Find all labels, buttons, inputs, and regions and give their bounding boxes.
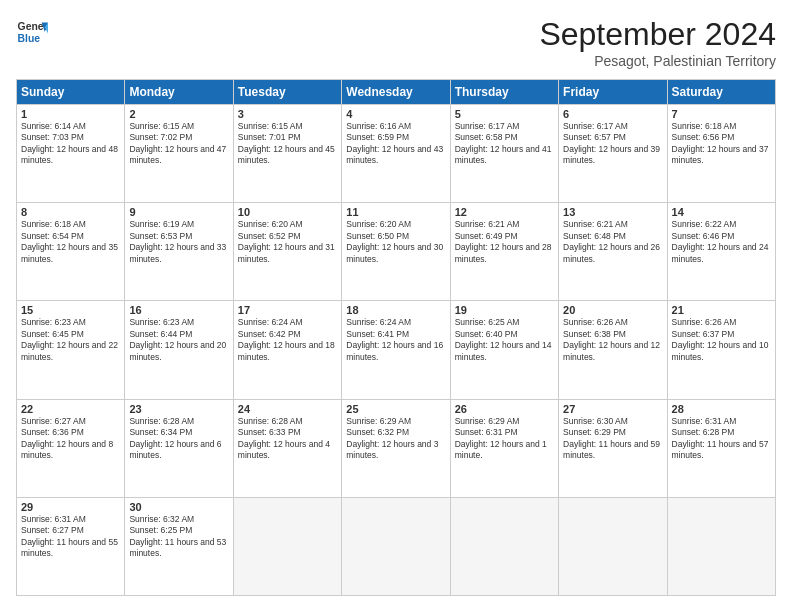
col-friday: Friday	[559, 80, 667, 105]
table-row: 22Sunrise: 6:27 AMSunset: 6:36 PMDayligh…	[17, 399, 125, 497]
logo: General Blue	[16, 16, 48, 48]
location: Pesagot, Palestinian Territory	[539, 53, 776, 69]
table-row: 3Sunrise: 6:15 AMSunset: 7:01 PMDaylight…	[233, 105, 341, 203]
table-row: 4Sunrise: 6:16 AMSunset: 6:59 PMDaylight…	[342, 105, 450, 203]
col-sunday: Sunday	[17, 80, 125, 105]
col-thursday: Thursday	[450, 80, 558, 105]
table-row: 7Sunrise: 6:18 AMSunset: 6:56 PMDaylight…	[667, 105, 775, 203]
table-row: 5Sunrise: 6:17 AMSunset: 6:58 PMDaylight…	[450, 105, 558, 203]
table-row: 13Sunrise: 6:21 AMSunset: 6:48 PMDayligh…	[559, 203, 667, 301]
table-row: 8Sunrise: 6:18 AMSunset: 6:54 PMDaylight…	[17, 203, 125, 301]
table-row: 25Sunrise: 6:29 AMSunset: 6:32 PMDayligh…	[342, 399, 450, 497]
table-row: 26Sunrise: 6:29 AMSunset: 6:31 PMDayligh…	[450, 399, 558, 497]
table-row	[450, 497, 558, 595]
col-saturday: Saturday	[667, 80, 775, 105]
svg-text:Blue: Blue	[18, 33, 41, 44]
col-monday: Monday	[125, 80, 233, 105]
table-row	[667, 497, 775, 595]
table-row: 9Sunrise: 6:19 AMSunset: 6:53 PMDaylight…	[125, 203, 233, 301]
table-row: 12Sunrise: 6:21 AMSunset: 6:49 PMDayligh…	[450, 203, 558, 301]
table-row: 27Sunrise: 6:30 AMSunset: 6:29 PMDayligh…	[559, 399, 667, 497]
table-row: 30Sunrise: 6:32 AMSunset: 6:25 PMDayligh…	[125, 497, 233, 595]
title-block: September 2024 Pesagot, Palestinian Terr…	[539, 16, 776, 69]
page: General Blue September 2024 Pesagot, Pal…	[0, 0, 792, 612]
header: General Blue September 2024 Pesagot, Pal…	[16, 16, 776, 69]
table-row: 14Sunrise: 6:22 AMSunset: 6:46 PMDayligh…	[667, 203, 775, 301]
table-row: 2Sunrise: 6:15 AMSunset: 7:02 PMDaylight…	[125, 105, 233, 203]
month-title: September 2024	[539, 16, 776, 53]
table-row: 20Sunrise: 6:26 AMSunset: 6:38 PMDayligh…	[559, 301, 667, 399]
table-row: 15Sunrise: 6:23 AMSunset: 6:45 PMDayligh…	[17, 301, 125, 399]
table-row: 19Sunrise: 6:25 AMSunset: 6:40 PMDayligh…	[450, 301, 558, 399]
table-row: 28Sunrise: 6:31 AMSunset: 6:28 PMDayligh…	[667, 399, 775, 497]
table-row: 10Sunrise: 6:20 AMSunset: 6:52 PMDayligh…	[233, 203, 341, 301]
table-row: 16Sunrise: 6:23 AMSunset: 6:44 PMDayligh…	[125, 301, 233, 399]
col-wednesday: Wednesday	[342, 80, 450, 105]
table-row: 17Sunrise: 6:24 AMSunset: 6:42 PMDayligh…	[233, 301, 341, 399]
table-row	[233, 497, 341, 595]
table-row: 24Sunrise: 6:28 AMSunset: 6:33 PMDayligh…	[233, 399, 341, 497]
table-row	[342, 497, 450, 595]
table-row: 11Sunrise: 6:20 AMSunset: 6:50 PMDayligh…	[342, 203, 450, 301]
table-row	[559, 497, 667, 595]
col-tuesday: Tuesday	[233, 80, 341, 105]
logo-icon: General Blue	[16, 16, 48, 48]
table-row: 1Sunrise: 6:14 AMSunset: 7:03 PMDaylight…	[17, 105, 125, 203]
table-row: 23Sunrise: 6:28 AMSunset: 6:34 PMDayligh…	[125, 399, 233, 497]
table-row: 18Sunrise: 6:24 AMSunset: 6:41 PMDayligh…	[342, 301, 450, 399]
table-row: 21Sunrise: 6:26 AMSunset: 6:37 PMDayligh…	[667, 301, 775, 399]
table-row: 29Sunrise: 6:31 AMSunset: 6:27 PMDayligh…	[17, 497, 125, 595]
calendar-table: Sunday Monday Tuesday Wednesday Thursday…	[16, 79, 776, 596]
table-row: 6Sunrise: 6:17 AMSunset: 6:57 PMDaylight…	[559, 105, 667, 203]
